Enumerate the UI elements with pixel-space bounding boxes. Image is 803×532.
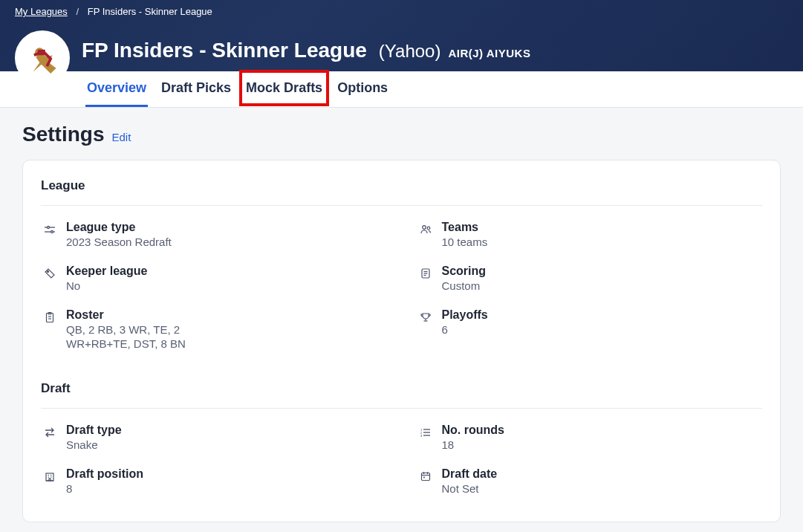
breadcrumb-root-link[interactable]: My Leagues: [15, 6, 68, 17]
svg-point-4: [48, 227, 50, 229]
field-label: Roster: [66, 308, 186, 322]
field-value-line2: WR+RB+TE, DST, 8 BN: [66, 337, 186, 350]
field-value: No: [66, 279, 147, 292]
field-value: 6: [442, 323, 488, 336]
breadcrumb-current: FP Insiders - Skinner League: [88, 6, 212, 17]
field-label: League type: [66, 221, 172, 234]
sliders-icon: [44, 224, 56, 236]
field-label: Playoffs: [442, 308, 488, 322]
field-draft-type: Draft type Snake: [41, 416, 387, 460]
svg-rect-32: [421, 473, 429, 481]
league-name-title: FP Insiders - Skinner League: [82, 39, 367, 62]
field-value: 10 teams: [442, 236, 488, 248]
settings-heading-row: Settings Edit: [22, 123, 781, 146]
team-name: AIR(J) AIYUKS: [448, 47, 530, 59]
list-numbered-icon: 123: [420, 426, 432, 438]
field-value: Not Set: [442, 482, 498, 495]
calendar-icon: [420, 470, 432, 482]
field-label: Draft position: [66, 467, 143, 481]
field-rounds: 123 No. rounds 18: [417, 416, 763, 460]
field-value: QB, 2 RB, 3 WR, TE, 2: [66, 323, 186, 336]
field-keeper: Keeper league No: [41, 257, 387, 301]
arrows-icon: [44, 426, 56, 438]
tab-mock-drafts[interactable]: Mock Drafts: [244, 71, 324, 107]
breadcrumb-separator: /: [76, 6, 79, 17]
avatar-player-icon: [19, 35, 65, 81]
field-label: Keeper league: [66, 265, 147, 278]
field-value: Custom: [442, 279, 487, 292]
hero-header: My Leagues / FP Insiders - Skinner Leagu…: [0, 0, 803, 71]
svg-rect-1: [38, 50, 45, 55]
svg-point-8: [48, 271, 49, 273]
settings-title: Settings: [22, 123, 104, 146]
field-draft-position: Draft position 8: [41, 460, 387, 504]
tag-icon: [44, 267, 56, 279]
file-icon: [420, 267, 432, 279]
league-avatar: [15, 30, 70, 85]
section-draft-title: Draft: [41, 381, 762, 409]
svg-text:3: 3: [420, 434, 423, 438]
field-label: Draft type: [66, 424, 122, 437]
page-content: Settings Edit League League type 2023 Se…: [0, 108, 803, 532]
field-label: Scoring: [442, 265, 487, 278]
section-league-title: League: [41, 178, 762, 206]
svg-rect-31: [49, 479, 51, 481]
svg-rect-25: [46, 473, 53, 481]
svg-rect-36: [423, 477, 425, 479]
league-provider: (Yahoo): [379, 41, 441, 62]
field-value: 18: [442, 438, 504, 451]
field-league-type: League type 2023 Season Redraft: [41, 213, 387, 257]
field-value: 8: [66, 482, 143, 495]
svg-point-7: [427, 227, 430, 230]
field-playoffs: Playoffs 6: [417, 301, 763, 359]
edit-link[interactable]: Edit: [111, 131, 131, 143]
field-draft-date: Draft date Not Set: [417, 460, 763, 504]
svg-point-5: [51, 231, 53, 233]
field-scoring: Scoring Custom: [417, 257, 763, 301]
field-label: Draft date: [442, 467, 498, 481]
svg-point-6: [422, 226, 426, 230]
users-icon: [420, 224, 432, 236]
field-teams: Teams 10 teams: [417, 213, 763, 257]
settings-card: League League type 2023 Season Redraft T…: [22, 160, 781, 522]
field-value: Snake: [66, 438, 122, 451]
breadcrumb: My Leagues / FP Insiders - Skinner Leagu…: [15, 4, 788, 17]
field-label: No. rounds: [442, 424, 504, 437]
building-icon: [44, 470, 56, 482]
clipboard-icon: [44, 311, 56, 323]
trophy-icon: [420, 311, 432, 323]
field-value: 2023 Season Redraft: [66, 236, 172, 248]
field-label: Teams: [442, 221, 488, 234]
field-roster: Roster QB, 2 RB, 3 WR, TE, 2 WR+RB+TE, D…: [41, 301, 387, 359]
